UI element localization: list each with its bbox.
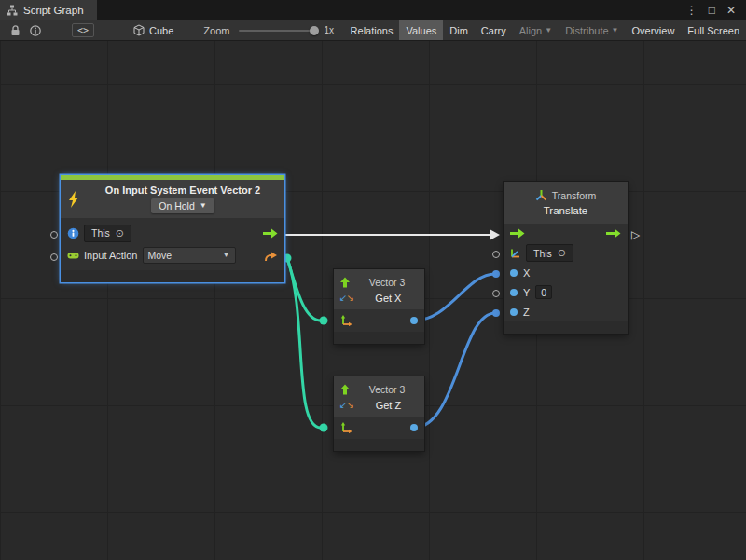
getz-input-port[interactable] [320,424,328,432]
target-object[interactable]: Cube [133,24,173,36]
window-menu-button[interactable]: ⋮ [682,4,702,17]
getx-output-port[interactable] [410,317,418,324]
caret-down-icon: ▼ [223,252,230,259]
getz-port-row [334,417,424,439]
window-close-button[interactable]: ✕ [722,4,740,17]
event-this-input-port[interactable] [50,231,58,239]
event-node-footer [61,270,284,282]
lock-icon[interactable] [6,25,25,36]
zoom-slider-handle[interactable] [310,26,319,35]
event-node-header: On Input System Event Vector 2 On Hold ▼ [61,180,284,218]
translate-header: Transform Translate [504,182,628,224]
vector3-axes-icon [340,422,352,433]
vector3-up-arrow-icon [339,277,351,288]
translate-flow-row [504,224,628,243]
node-get-x[interactable]: Vector 3 ↙↘ Get X [334,269,424,344]
node-get-z[interactable]: Vector 3 ↙↘ Get Z [334,376,424,451]
flow-input-arrow-icon[interactable] [510,228,525,239]
event-mode-value: On Hold [159,200,195,212]
translate-x-row: X [504,263,628,282]
flow-output-arrow-icon[interactable] [606,228,621,239]
align-label: Align [519,25,542,36]
translate-this-row: This ⊙ [504,243,628,263]
window-maximize-button[interactable]: □ [704,4,720,17]
flow-output-arrow-icon[interactable] [263,228,278,239]
distribute-label: Distribute [565,25,608,36]
y-port-dot[interactable] [510,289,518,296]
vector3-up-arrow-icon [339,384,351,395]
translate-this-field[interactable]: This ⊙ [526,244,573,262]
input-action-icon [67,251,79,260]
y-port-label: Y [523,287,530,298]
caret-down-icon: ▼ [612,27,619,34]
event-node-body: This ⊙ Input Action Move ▼ [61,218,284,270]
toolbar-button-align[interactable]: Align ▼ [513,20,559,40]
x-port-dot[interactable] [510,269,518,277]
axes-icon [510,248,520,258]
translate-y-input-port[interactable] [492,290,500,297]
y-value-field[interactable]: 0 [535,285,552,299]
graph-toolbar: <> Cube Zoom 1x Relations Values Dim Car… [0,20,746,41]
getz-title: Get Z [358,400,419,411]
get-component-icon: ↙↘ [339,294,353,303]
getz-output-port[interactable] [410,424,418,431]
translate-y-row: Y 0 [504,282,628,302]
translate-z-port[interactable] [492,309,500,317]
graph-icon [7,5,18,16]
node-translate[interactable]: Transform Translate This ⊙ X [504,182,628,334]
getx-input-port[interactable] [320,317,328,325]
target-object-label: Cube [149,25,173,36]
caret-down-icon: ▼ [545,27,552,34]
wire-control-arrowhead [490,229,500,240]
toolbar-button-carry[interactable]: Carry [475,20,513,40]
window-controls: ⋮ □ ✕ [682,0,746,20]
cube-icon [133,24,145,36]
event-action-input-port[interactable] [50,253,58,261]
getz-footer [334,439,424,451]
input-action-value: Move [148,250,173,261]
info-icon[interactable] [25,25,46,36]
object-picker-icon[interactable]: ⊙ [116,227,124,239]
zoom-slider[interactable] [239,26,319,35]
code-view-button[interactable]: <> [72,23,94,37]
getx-port-row [334,309,424,332]
toolbar-button-fullscreen[interactable]: Full Screen [681,20,746,40]
wire-getz-to-z[interactable] [414,313,495,428]
translate-type-label: Transform [552,190,596,201]
toolbar-button-overview[interactable]: Overview [626,20,682,40]
zoom-slider-track [239,30,319,32]
window-titlebar: Script Graph ⋮ □ ✕ [0,0,746,20]
event-mode-dropdown[interactable]: On Hold ▼ [151,198,214,213]
wire-vector2-to-getz[interactable] [287,258,321,428]
translate-title: Translate [509,205,622,216]
getx-footer [334,332,424,344]
flow-output-triangle-icon[interactable]: ▷ [631,229,640,240]
translate-this-input-port[interactable] [492,251,500,258]
translate-body: This ⊙ X Y 0 Z [504,224,628,321]
x-port-label: X [523,267,530,279]
zoom-label: Zoom [203,25,229,36]
coroutine-arrow-icon[interactable] [264,250,278,262]
getx-header: Vector 3 ↙↘ Get X [334,269,424,309]
this-object-field[interactable]: This ⊙ [84,225,131,242]
object-picker-icon[interactable]: ⊙ [558,247,566,259]
get-component-icon: ↙↘ [339,401,353,410]
caret-down-icon: ▼ [200,202,207,210]
toolbar-button-group: Relations Values Dim Carry Align ▼ Distr… [344,20,746,40]
node-on-input-system-event[interactable]: On Input System Event Vector 2 On Hold ▼… [61,175,284,282]
wire-getx-to-x[interactable] [414,274,495,321]
wire-vector2-to-getx[interactable] [287,258,321,321]
getx-type-label: Vector 3 [355,277,419,288]
graph-canvas[interactable]: On Input System Event Vector 2 On Hold ▼… [0,41,746,560]
input-action-dropdown[interactable]: Move ▼ [143,247,236,264]
getz-header: Vector 3 ↙↘ Get Z [334,376,424,417]
this-label: This [91,227,110,239]
tab-script-graph[interactable]: Script Graph [0,0,97,20]
z-port-dot[interactable] [510,308,518,316]
translate-x-port[interactable] [492,270,500,278]
toolbar-button-dim[interactable]: Dim [443,20,475,40]
toolbar-button-relations[interactable]: Relations [344,20,400,40]
transform-icon [535,189,547,201]
toolbar-button-distribute[interactable]: Distribute ▼ [559,20,625,40]
toolbar-button-values[interactable]: Values [399,20,443,40]
